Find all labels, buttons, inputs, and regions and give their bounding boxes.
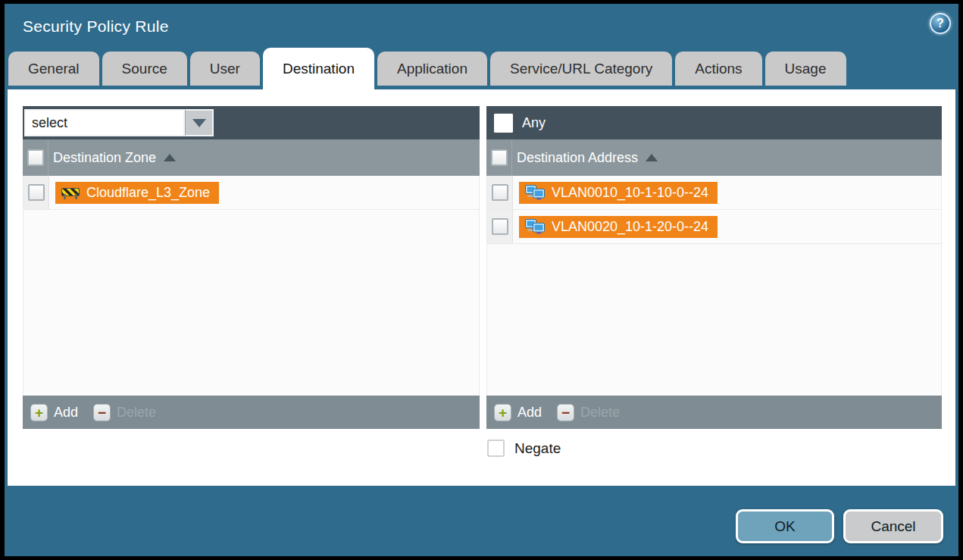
address-footer-bar: + Add − Delete	[486, 396, 942, 429]
zone-select-combo	[24, 109, 214, 136]
zone-column-header[interactable]: Destination Zone	[53, 150, 176, 166]
cancel-button[interactable]: Cancel	[843, 509, 943, 543]
destination-zone-panel: Destination Zone Cloudflare_L3_Zone	[23, 106, 480, 429]
zone-object-chip[interactable]: Cloudflare_L3_Zone	[55, 182, 219, 204]
tab-general[interactable]: General	[8, 52, 99, 86]
header-divider	[511, 139, 512, 176]
minus-icon: −	[93, 404, 111, 421]
tab-bar: General Source User Destination Applicat…	[8, 48, 846, 89]
zone-select-bar	[23, 106, 480, 139]
address-row-checkbox[interactable]	[492, 218, 508, 235]
zone-table-header: Destination Zone	[23, 139, 480, 176]
zone-delete-label: Delete	[117, 405, 156, 421]
security-policy-rule-dialog: Security Policy Rule ? General Source Us…	[5, 4, 958, 556]
address-add-button[interactable]: + Add	[494, 404, 542, 421]
address-column-header[interactable]: Destination Address	[517, 150, 658, 166]
zone-row-checkbox[interactable]	[28, 184, 45, 201]
address-object-chip[interactable]: VLAN0010_10-1-10-0--24	[519, 182, 718, 204]
address-delete-button[interactable]: − Delete	[557, 404, 620, 421]
address-add-label: Add	[517, 405, 542, 421]
address-row-checkbox-cell	[487, 176, 513, 209]
address-row[interactable]: VLAN0020_10-1-20-0--24	[487, 210, 941, 244]
zone-add-button[interactable]: + Add	[30, 404, 78, 421]
address-delete-label: Delete	[580, 405, 620, 421]
ok-button[interactable]: OK	[736, 509, 834, 543]
destination-tab-content: Destination Zone Cloudflare_L3_Zone	[8, 89, 955, 486]
zone-select-dropdown-button[interactable]	[185, 109, 214, 136]
address-select-all-checkbox[interactable]	[491, 149, 508, 166]
sort-ascending-icon	[164, 154, 176, 161]
zone-row[interactable]: Cloudflare_L3_Zone	[23, 176, 479, 210]
tab-source[interactable]: Source	[102, 52, 187, 86]
tab-destination[interactable]: Destination	[263, 48, 374, 89]
tab-usage[interactable]: Usage	[765, 52, 846, 86]
zone-column-label: Destination Zone	[53, 150, 156, 166]
header-divider	[48, 139, 48, 176]
tab-actions[interactable]: Actions	[675, 52, 761, 86]
address-table-header: Destination Address	[486, 139, 942, 176]
chevron-down-icon	[192, 119, 206, 127]
zone-select-all-checkbox[interactable]	[27, 149, 44, 166]
zone-icon	[61, 186, 80, 199]
zone-list: Cloudflare_L3_Zone	[23, 176, 480, 396]
help-icon[interactable]: ?	[930, 13, 951, 34]
minus-icon: −	[557, 404, 574, 421]
plus-icon: +	[30, 404, 48, 421]
address-icon	[525, 219, 545, 234]
zone-row-checkbox-cell	[23, 176, 49, 209]
address-object-chip[interactable]: VLAN0020_10-1-20-0--24	[519, 216, 718, 238]
zone-select-input[interactable]	[24, 109, 185, 136]
tab-application[interactable]: Application	[377, 52, 487, 86]
address-object-label: VLAN0010_10-1-10-0--24	[552, 185, 708, 201]
address-row-checkbox-cell	[487, 210, 513, 243]
address-row[interactable]: VLAN0010_10-1-10-0--24	[487, 176, 941, 210]
zone-add-label: Add	[54, 405, 78, 421]
plus-icon: +	[494, 404, 511, 421]
tab-user[interactable]: User	[190, 52, 260, 86]
sort-ascending-icon	[646, 154, 658, 161]
zone-footer-bar: + Add − Delete	[23, 396, 480, 429]
negate-checkbox[interactable]	[487, 440, 505, 457]
address-row-checkbox[interactable]	[492, 184, 508, 201]
address-any-bar: Any	[486, 106, 942, 139]
address-icon	[525, 185, 545, 200]
zone-object-label: Cloudflare_L3_Zone	[86, 185, 210, 201]
negate-label: Negate	[514, 440, 561, 457]
dialog-title: Security Policy Rule	[23, 17, 169, 36]
address-column-label: Destination Address	[517, 150, 638, 166]
any-label: Any	[522, 115, 546, 131]
address-object-label: VLAN0020_10-1-20-0--24	[552, 219, 708, 235]
destination-address-panel: Any Destination Address	[486, 106, 942, 429]
zone-delete-button[interactable]: − Delete	[93, 404, 156, 421]
negate-option: Negate	[487, 440, 561, 457]
any-checkbox[interactable]	[494, 114, 513, 133]
address-list: VLAN0010_10-1-10-0--24	[486, 176, 942, 396]
tab-service-url-category[interactable]: Service/URL Category	[490, 52, 672, 86]
